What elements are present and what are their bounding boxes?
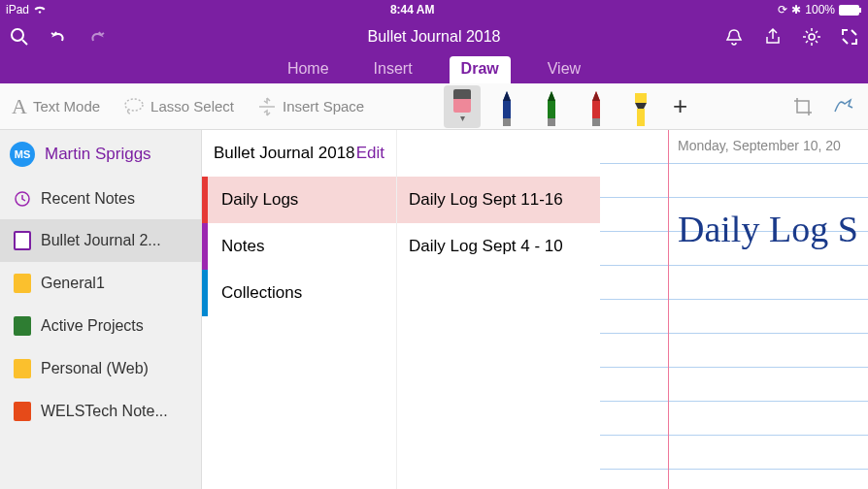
fullscreen-icon[interactable]	[841, 28, 858, 46]
svg-rect-7	[503, 118, 511, 126]
avatar: MS	[10, 142, 35, 167]
eraser-tool[interactable]: ▾	[444, 85, 481, 128]
notebook-icon	[14, 402, 31, 421]
notebook-label: Personal (Web)	[41, 360, 149, 377]
svg-point-5	[125, 99, 143, 111]
notebook-label: Active Projects	[41, 317, 144, 335]
lasso-icon	[123, 97, 145, 116]
device-label: iPad	[6, 3, 29, 16]
svg-rect-0	[839, 5, 859, 16]
svg-point-2	[12, 29, 23, 41]
handwritten-title: Daily Log S	[678, 208, 858, 250]
redo-icon[interactable]	[87, 27, 107, 47]
ribbon-tabs: Home Insert Draw View	[0, 54, 868, 83]
notebook-sidebar: MS Martin Spriggs Recent Notes Bullet Jo…	[0, 130, 202, 489]
notebook-label: Bullet Journal 2...	[41, 232, 161, 249]
pen-green[interactable]	[533, 85, 570, 128]
section-header-title: Bullet Journal 2018	[214, 144, 355, 163]
notebook-label: General1	[41, 275, 105, 292]
text-mode-label: Text Mode	[33, 98, 100, 114]
sections-panel: Bullet Journal 2018 Edit Daily Logs Note…	[202, 130, 396, 489]
notebook-personal-web[interactable]: Personal (Web)	[0, 347, 201, 390]
page-label: Daily Log Sept 11-16	[409, 190, 563, 209]
eraser-icon	[453, 89, 471, 113]
section-collections[interactable]: Collections	[202, 270, 396, 316]
svg-line-3	[22, 40, 27, 45]
note-canvas[interactable]: Monday, September 10, 20 Daily Log S	[600, 130, 868, 489]
page-label: Daily Log Sept 4 - 10	[409, 237, 563, 255]
clock-icon	[14, 190, 31, 208]
svg-rect-11	[637, 109, 645, 126]
notifications-icon[interactable]	[724, 27, 744, 47]
insert-space-button[interactable]: Insert Space	[257, 96, 364, 117]
notebook-general1[interactable]: General1	[0, 262, 201, 305]
text-mode-button[interactable]: A Text Mode	[12, 94, 100, 119]
svg-rect-1	[859, 8, 861, 13]
document-title: Bullet Journal 2018	[204, 28, 664, 46]
notebook-welstech[interactable]: WELSTech Note...	[0, 390, 201, 433]
undo-icon[interactable]	[49, 27, 68, 47]
battery-icon	[839, 5, 862, 16]
page-item[interactable]: Daily Log Sept 11-16	[397, 177, 600, 223]
svg-rect-10	[635, 93, 647, 103]
lasso-label: Lasso Select	[150, 98, 234, 114]
lasso-select-button[interactable]: Lasso Select	[123, 97, 234, 116]
bluetooth-icon: ✱	[791, 3, 801, 16]
share-icon[interactable]	[763, 27, 783, 47]
tab-draw[interactable]: Draw	[450, 56, 511, 83]
section-daily-logs[interactable]: Daily Logs	[202, 177, 396, 223]
section-label: Notes	[221, 237, 264, 255]
highlighter-yellow[interactable]	[622, 85, 659, 128]
chevron-down-icon: ▾	[460, 113, 465, 123]
pages-panel: Daily Log Sept 11-16 Daily Log Sept 4 - …	[396, 130, 600, 489]
svg-rect-8	[548, 118, 555, 126]
notebook-icon	[14, 274, 31, 293]
ruled-paper	[600, 130, 868, 489]
battery-percent: 100%	[805, 3, 835, 16]
insert-space-label: Insert Space	[283, 98, 364, 114]
insert-space-icon	[257, 96, 277, 117]
orientation-lock-icon: ⟳	[778, 3, 787, 16]
tab-view[interactable]: View	[540, 56, 588, 83]
notebook-label: WELSTech Note...	[41, 403, 168, 420]
notebook-icon	[14, 316, 31, 336]
tab-home[interactable]: Home	[280, 56, 337, 83]
section-label: Collections	[221, 283, 302, 302]
crop-icon[interactable]	[792, 96, 814, 117]
draw-toolbar: A Text Mode Lasso Select Insert Space ▾ …	[0, 83, 868, 130]
wifi-icon	[33, 5, 47, 15]
margin-line	[668, 130, 669, 489]
section-label: Daily Logs	[221, 190, 298, 209]
title-bar: Bullet Journal 2018	[0, 19, 868, 54]
edit-button[interactable]: Edit	[356, 144, 384, 163]
pen-blue[interactable]	[488, 85, 525, 128]
recent-notes[interactable]: Recent Notes	[0, 179, 201, 219]
user-row[interactable]: MS Martin Spriggs	[0, 130, 201, 179]
status-bar: iPad 8:44 AM ⟳ ✱ 100%	[0, 0, 868, 19]
pen-group: ▾ +	[444, 85, 693, 128]
recent-notes-label: Recent Notes	[41, 190, 135, 208]
tab-insert[interactable]: Insert	[366, 56, 420, 83]
add-pen-button[interactable]: +	[667, 91, 693, 121]
svg-rect-9	[592, 118, 600, 126]
notebook-icon	[14, 231, 31, 250]
settings-icon[interactable]	[802, 27, 821, 47]
section-notes[interactable]: Notes	[202, 223, 396, 270]
page-date: Monday, September 10, 20	[678, 138, 841, 153]
page-item[interactable]: Daily Log Sept 4 - 10	[397, 223, 600, 270]
search-icon[interactable]	[10, 27, 29, 47]
pen-red[interactable]	[578, 85, 615, 128]
notebook-icon	[14, 359, 31, 378]
notebook-bullet-journal[interactable]: Bullet Journal 2...	[0, 219, 201, 262]
status-time: 8:44 AM	[47, 3, 778, 16]
user-name: Martin Spriggs	[45, 145, 151, 164]
ink-to-shape-icon[interactable]	[833, 96, 856, 117]
text-mode-icon: A	[12, 94, 27, 119]
notebook-active-projects[interactable]: Active Projects	[0, 305, 201, 347]
svg-point-4	[809, 34, 815, 40]
